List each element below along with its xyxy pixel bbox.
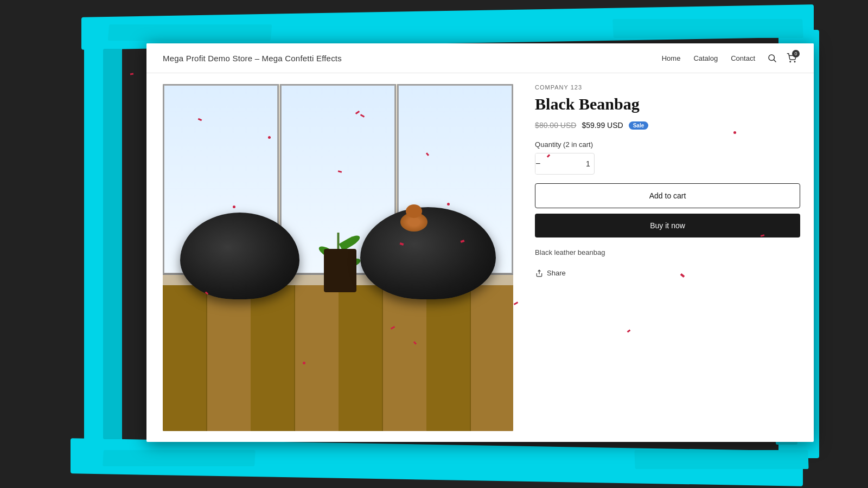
cart-badge: 0 <box>792 50 800 57</box>
cyan-stroke-bottomright <box>634 450 808 469</box>
product-details: COMPANY 123 Black Beanbag $80.00 USD $59… <box>527 73 814 442</box>
room-scene <box>163 84 513 431</box>
product-image-section <box>146 73 527 442</box>
share-icon <box>535 269 544 278</box>
floor <box>163 285 513 431</box>
original-price: $80.00 USD <box>535 121 576 130</box>
main-content: COMPANY 123 Black Beanbag $80.00 USD $59… <box>146 73 814 442</box>
nav-contact[interactable]: Contact <box>731 54 755 62</box>
nav-catalog[interactable]: Catalog <box>693 54 718 62</box>
quantity-label: Quantity (2 in cart) <box>535 140 800 149</box>
cyan-stroke-topright <box>612 19 803 38</box>
nav-home[interactable]: Home <box>662 54 681 62</box>
nav-icons: 0 <box>766 52 797 64</box>
quantity-input[interactable] <box>540 159 595 168</box>
page-container: Mega Profit Demo Store – Mega Confetti E… <box>146 43 814 442</box>
svg-point-3 <box>794 61 795 62</box>
svg-point-2 <box>790 61 791 62</box>
beanbag-left <box>180 213 299 299</box>
cyan-stroke-left2 <box>103 49 122 439</box>
svg-point-0 <box>769 55 775 61</box>
price-row: $80.00 USD $59.99 USD Sale <box>535 121 800 130</box>
svg-line-1 <box>774 60 776 62</box>
quantity-decrease-button[interactable]: − <box>535 153 540 174</box>
buy-now-button[interactable]: Buy it now <box>535 214 800 237</box>
sale-badge: Sale <box>629 121 649 130</box>
cart-icon[interactable]: 0 <box>786 52 797 64</box>
quantity-control: − + <box>535 153 595 175</box>
product-title: Black Beanbag <box>535 95 800 113</box>
company-name: COMPANY 123 <box>535 84 800 91</box>
store-logo: Mega Profit Demo Store – Mega Confetti E… <box>163 54 662 63</box>
cyan-stroke-bottomleft <box>103 450 256 466</box>
sale-price: $59.99 USD <box>582 121 623 130</box>
cat <box>400 213 433 237</box>
side-table <box>324 249 356 292</box>
share-row[interactable]: Share <box>535 269 800 278</box>
cyan-stroke-topleft <box>108 24 272 41</box>
main-product-image <box>163 84 513 431</box>
search-icon[interactable] <box>766 52 778 64</box>
navbar: Mega Profit Demo Store – Mega Confetti E… <box>146 43 814 73</box>
product-description: Black leather beanbag <box>535 247 800 258</box>
share-label: Share <box>547 269 566 277</box>
add-to-cart-button[interactable]: Add to cart <box>535 183 800 208</box>
nav-links: Home Catalog Contact <box>662 54 755 62</box>
